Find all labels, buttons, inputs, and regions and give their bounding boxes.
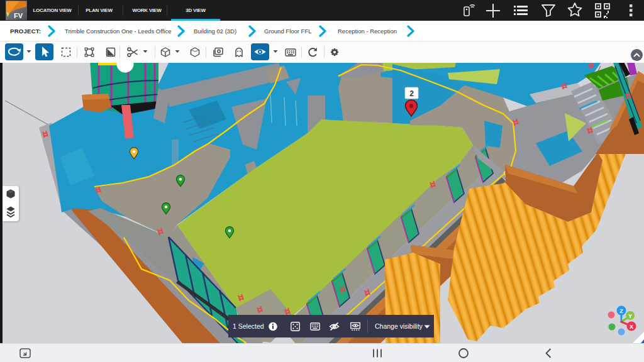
svg-text:Z: Z	[619, 308, 623, 314]
svg-text:FV: FV	[14, 12, 23, 19]
svg-text:2: 2	[409, 89, 414, 98]
svg-text:Y: Y	[628, 313, 632, 319]
svg-text:X: X	[630, 324, 633, 330]
